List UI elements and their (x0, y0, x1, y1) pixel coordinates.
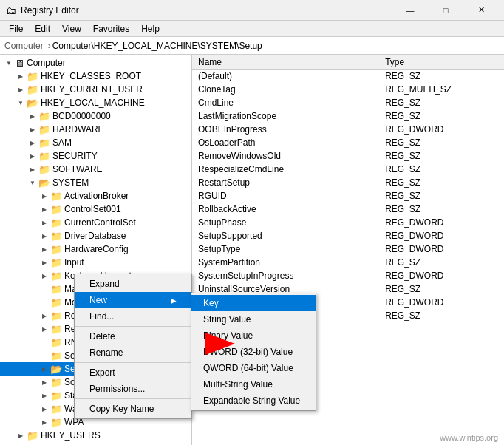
tree-item-computer[interactable]: ▼ 🖥 Computer (0, 56, 191, 69)
folder-icon-software: 📁 (38, 164, 50, 175)
toggle-hardware[interactable]: ▶ (27, 123, 38, 135)
table-row[interactable]: RespecializeCmdLineREG_SZ (192, 163, 504, 176)
table-row[interactable]: SetupPhaseREG_DWORD (192, 216, 504, 229)
submenu-item-string-value[interactable]: String Value (191, 311, 316, 327)
table-row[interactable]: RestartSetupREG_SZ (192, 176, 504, 189)
col-header-name: Name (192, 55, 379, 69)
table-row[interactable]: SystemPartitionREG_SZ (192, 256, 504, 269)
folder-icon-control-set001: 📁 (50, 204, 62, 215)
registry-row-name: CmdLine (192, 96, 379, 109)
toggle-local-machine[interactable]: ▼ (15, 97, 27, 109)
tree-item-driver-database[interactable]: ▶ 📁 DriverDatabase (0, 229, 191, 242)
toggle-hardware-config[interactable]: ▶ (38, 243, 50, 255)
toggle-software[interactable]: ▶ (27, 163, 38, 175)
submenu-item-multi-string[interactable]: Multi-String Value (191, 376, 316, 393)
menu-view[interactable]: View (56, 22, 87, 35)
close-button[interactable]: ✕ (464, 0, 498, 21)
menu-help[interactable]: Help (135, 22, 166, 35)
toggle-wpa[interactable]: ▶ (38, 416, 50, 428)
toggle-sam[interactable]: ▶ (27, 137, 38, 149)
maximize-button[interactable]: □ (429, 0, 463, 21)
toggle-computer[interactable]: ▼ (3, 57, 15, 69)
toggle-setup[interactable]: ▶ (38, 363, 50, 375)
registry-row-name: RGUID (192, 189, 379, 203)
menu-favorites[interactable]: Favorites (87, 22, 135, 35)
folder-icon-classes-root: 📁 (27, 71, 38, 82)
tree-label-bcd: BCD00000000 (52, 111, 111, 121)
table-row[interactable]: SystemSetupInProgressREG_DWORD (192, 269, 504, 282)
table-row[interactable]: (Default)REG_SZ (192, 69, 504, 83)
address-separator: › (48, 41, 51, 51)
tree-item-control-set001[interactable]: ▶ 📁 ControlSet001 (0, 203, 191, 216)
toggle-bcd[interactable]: ▶ (27, 110, 38, 122)
tree-item-input[interactable]: ▶ 📁 Input (0, 256, 191, 269)
table-row[interactable]: SetupTypeREG_DWORD (192, 242, 504, 256)
toggle-resource-manager[interactable]: ▶ (38, 310, 50, 322)
toggle-hkey-users[interactable]: ▶ (15, 429, 27, 441)
tree-item-hkey-current-config[interactable]: ▶ 📁 HKEY_CUR... (0, 442, 191, 445)
folder-icon-bcd: 📁 (38, 111, 50, 122)
submenu-item-expandable-string[interactable]: Expandable String Value (191, 393, 316, 409)
table-row[interactable]: LastMigrationScopeREG_SZ (192, 109, 504, 123)
tree-item-current-user[interactable]: ▶ 📁 HKEY_CURRENT_USER (0, 83, 191, 96)
folder-icon-software-protection: 📁 (50, 377, 62, 388)
toggle-current-user[interactable]: ▶ (15, 84, 27, 95)
context-menu-find[interactable]: Find... (75, 308, 191, 325)
table-row[interactable]: SetupSupportedREG_DWORD (192, 229, 504, 242)
table-row[interactable]: RemoveWindowsOldREG_SZ (192, 149, 504, 163)
toggle-state[interactable]: ▶ (38, 390, 50, 401)
context-menu-permissions[interactable]: Permissions... (75, 381, 191, 397)
toggle-activation-broker[interactable]: ▶ (38, 190, 50, 202)
context-menu-rename[interactable]: Rename (75, 344, 191, 361)
menu-edit[interactable]: Edit (29, 22, 56, 35)
toggle-control-set001[interactable]: ▶ (38, 203, 50, 215)
toggle-current-control-set[interactable]: ▶ (38, 217, 50, 228)
table-row[interactable]: CmdLineREG_SZ (192, 96, 504, 109)
tree-item-security[interactable]: ▶ 📁 SECURITY (0, 149, 191, 163)
registry-row-type: REG_SZ (379, 189, 504, 203)
folder-icon-select: 📁 (50, 350, 62, 361)
menu-file[interactable]: File (3, 22, 29, 35)
table-row[interactable]: RollbackActiveREG_SZ (192, 203, 504, 216)
submenu-item-dword-value[interactable]: DWORD (32-bit) Value (191, 344, 316, 360)
context-menu-new[interactable]: New ▶ (75, 292, 191, 308)
table-row[interactable]: OsLoaderPathREG_SZ (192, 136, 504, 149)
table-row[interactable]: RGUIDREG_SZ (192, 189, 504, 203)
tree-item-hardware-config[interactable]: ▶ 📁 HardwareConfig (0, 242, 191, 256)
toggle-software-protection[interactable]: ▶ (38, 376, 50, 388)
context-menu-delete[interactable]: Delete (75, 328, 191, 344)
context-menu-copy-key[interactable]: Copy Key Name (75, 401, 191, 417)
tree-item-bcd[interactable]: ▶ 📁 BCD00000000 (0, 109, 191, 123)
tree-item-software[interactable]: ▶ 📁 SOFTWARE (0, 163, 191, 176)
tree-item-local-machine[interactable]: ▼ 📂 HKEY_LOCAL_MACHINE (0, 96, 191, 109)
minimize-button[interactable]: — (393, 0, 427, 21)
registry-row-type: REG_SZ (379, 176, 504, 189)
context-menu-export[interactable]: Export (75, 364, 191, 381)
table-row[interactable]: OOBEInProgressREG_DWORD (192, 123, 504, 136)
table-row[interactable]: CloneTagREG_MULTI_SZ (192, 83, 504, 96)
registry-row-name: LastMigrationScope (192, 109, 379, 123)
toggle-classes-root[interactable]: ▶ (15, 70, 27, 82)
toggle-input[interactable]: ▶ (38, 257, 50, 268)
title-bar-controls: — □ ✕ (393, 0, 498, 21)
tree-item-activation-broker[interactable]: ▶ 📁 ActivationBroker (0, 189, 191, 203)
toggle-system[interactable]: ▼ (27, 177, 38, 188)
tree-item-sam[interactable]: ▶ 📁 SAM (0, 136, 191, 149)
toggle-resource-policy-store[interactable]: ▶ (38, 323, 50, 335)
registry-row-type: REG_MULTI_SZ (379, 83, 504, 96)
toggle-keyboard-layout[interactable]: ▶ (38, 270, 50, 282)
tree-item-current-control-set[interactable]: ▶ 📁 CurrentControlSet (0, 216, 191, 229)
toggle-waas[interactable]: ▶ (38, 403, 50, 415)
tree-item-system[interactable]: ▼ 📂 SYSTEM (0, 176, 191, 189)
tree-item-classes-root[interactable]: ▶ 📁 HKEY_CLASSES_ROOT (0, 69, 191, 83)
submenu-item-qword-value[interactable]: QWORD (64-bit) Value (191, 360, 316, 376)
tree-item-hardware[interactable]: ▶ 📁 HARDWARE (0, 123, 191, 136)
toggle-security[interactable]: ▶ (27, 150, 38, 162)
submenu-item-binary-value[interactable]: Binary Value (191, 327, 316, 344)
tree-item-hkey-users[interactable]: ▶ 📁 HKEY_USERS (0, 429, 191, 442)
context-menu-expand[interactable]: Expand (75, 276, 191, 292)
registry-row-type: REG_SZ (379, 149, 504, 163)
toggle-driver-database[interactable]: ▶ (38, 230, 50, 242)
registry-row-name: RollbackActive (192, 203, 379, 216)
submenu-item-key[interactable]: Key (191, 295, 316, 311)
